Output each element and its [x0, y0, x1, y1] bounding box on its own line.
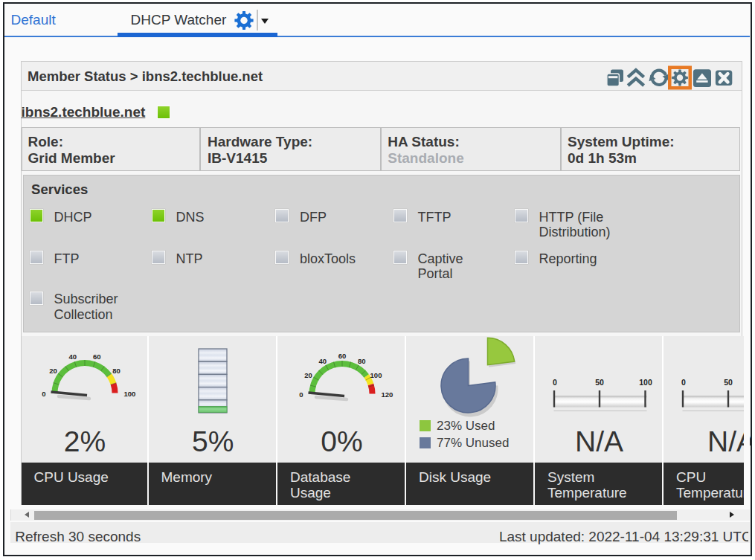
svg-text:50: 50 [724, 378, 733, 387]
svg-text:20: 20 [304, 371, 312, 379]
svg-text:100: 100 [124, 389, 136, 397]
svg-text:40: 40 [318, 357, 327, 365]
svg-text:0: 0 [42, 389, 45, 397]
svg-text:60: 60 [93, 353, 101, 361]
svg-text:120: 120 [381, 390, 393, 399]
svg-text:100: 100 [370, 371, 382, 379]
svg-text:60: 60 [338, 352, 346, 360]
svg-text:0: 0 [553, 378, 557, 387]
svg-text:80: 80 [112, 367, 121, 375]
svg-text:100: 100 [639, 378, 652, 387]
svg-text:40: 40 [69, 353, 77, 361]
svg-text:0: 0 [681, 378, 686, 387]
svg-text:80: 80 [357, 357, 365, 365]
svg-text:0: 0 [299, 390, 303, 399]
svg-text:20: 20 [49, 367, 57, 375]
svg-text:50: 50 [595, 378, 604, 387]
